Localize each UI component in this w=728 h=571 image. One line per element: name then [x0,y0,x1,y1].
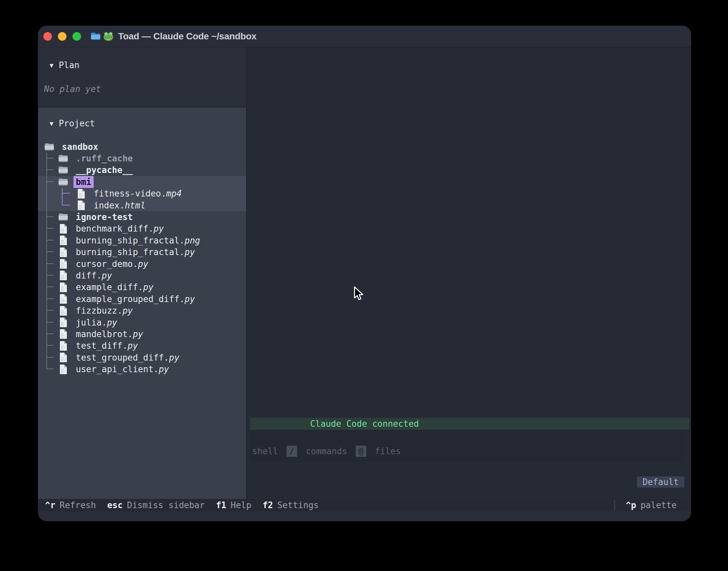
tree-connector [46,281,54,288]
tree-item-label: cursor_demo.py [76,259,148,269]
titlebar[interactable]: Toad — Claude Code ~/sandbox [38,26,691,47]
tree-item-label: diff.py [76,270,112,280]
tree-connector [46,363,54,369]
shortcut-label: palette [640,500,677,510]
shortcut-label: Settings [277,500,319,510]
file-tree: sandbox.ruff_cache__pycache__bmifitness-… [38,141,246,375]
tree-item-label: burning_ship_fractal.py [76,247,195,257]
tree-folder-bmi[interactable]: bmi [38,176,246,188]
shortcut-label: Refresh [60,500,96,510]
mode-chip[interactable]: Default [637,476,684,488]
shortcut-key: ^p [626,500,636,510]
shortcut-help[interactable]: f1Help [216,500,251,510]
tree-item-label: benchmark_diff.py [76,224,164,234]
tree-file-example_grouped_diff[interactable]: example_grouped_diff.py [38,293,246,305]
tree-file-burning_ship_fractal[interactable]: burning_ship_fractal.py [38,246,246,258]
key-badge-files: @ [356,446,366,457]
tree-item-label: user_api_client.py [76,364,169,374]
plan-section-header[interactable]: ▼ Plan [49,59,79,71]
key-badge-commands: / [287,446,297,457]
footer-bar: ^rRefreshescDismiss sidebarf1Helpf2Setti… [38,499,691,521]
shortcut-key: f2 [263,500,273,510]
tree-connector-selected [62,200,70,206]
minimize-button[interactable] [58,32,67,41]
tree-file-user_api_client[interactable]: user_api_client.py [38,363,246,375]
plan-header-label: Plan [59,60,79,70]
tree-connector [46,305,54,311]
tree-item-label: burning_ship_fractal.png [76,236,200,245]
file-icon [58,247,69,257]
zoom-button[interactable] [73,32,81,41]
file-icon [58,224,69,234]
tree-file-example_diff[interactable]: example_diff.py [38,281,246,293]
tree-trunk-line [46,152,47,369]
file-icon [58,270,69,280]
tree-file-julia[interactable]: julia.py [38,317,246,328]
folder-icon [58,178,69,186]
tree-item-label: julia.py [76,318,117,328]
shortcut-label: Dismiss sidebar [127,500,205,510]
prompt-input[interactable]: shell/commands@files [250,430,684,462]
tree-item-label: __pycache__ [76,165,133,175]
tree-item-label: bmi [74,176,94,188]
tree-item-label: example_grouped_diff.py [76,294,195,304]
project-section-header[interactable]: ▼ Project [49,117,95,129]
app-window: Toad — Claude Code ~/sandbox ▼ Plan No p… [38,26,691,521]
tree-connector [46,235,54,240]
tree-connector-selected [62,188,70,194]
shortcut-refresh[interactable]: ^rRefresh [45,500,96,510]
tree-file-test_diff[interactable]: test_diff.py [38,340,246,352]
tree-item-label: test_diff.py [76,341,138,351]
shortcut-dismiss-sidebar[interactable]: escDismiss sidebar [107,500,205,510]
tree-file-fitness-video[interactable]: fitness-video.mp4 [38,188,246,200]
tree-item-label: example_diff.py [76,282,153,292]
tree-connector [46,340,54,346]
project-header-label: Project [59,118,95,128]
tree-trunk-line-selected [62,188,63,206]
tree-connector [46,352,54,358]
plan-panel: ▼ Plan No plan yet [38,47,246,107]
shortcut-palette[interactable]: ^ppalette [626,500,677,510]
shortcut-label: Help [231,500,251,510]
tree-file-burning_ship_fractal[interactable]: burning_ship_fractal.png [38,235,246,246]
tree-connector [46,223,54,229]
folder-icon [44,143,55,151]
prompt-hint-files: files [375,446,401,456]
tree-file-diff[interactable]: diff.py [38,270,246,281]
prompt-hint-shell: shell [252,446,278,456]
file-icon [58,352,69,363]
shortcut-key: esc [107,500,123,510]
file-icon [58,317,69,328]
file-icon [58,341,69,351]
tree-file-mandelbrot[interactable]: mandelbrot.py [38,328,246,340]
tree-item-label: sandbox [62,142,98,152]
file-icon [58,306,69,316]
shortcut-key: ^r [45,500,55,510]
tree-file-cursor_demo[interactable]: cursor_demo.py [38,258,246,270]
tree-folder-ignore-test[interactable]: ignore-test [38,211,246,223]
tree-file-fizzbuzz[interactable]: fizzbuzz.py [38,305,246,316]
plan-empty-text: No plan yet [44,83,101,95]
tree-connector [46,258,54,264]
file-icon [58,282,69,293]
tree-folder-.ruff_cache[interactable]: .ruff_cache [38,152,246,164]
tree-folder-sandbox[interactable]: sandbox [38,141,246,152]
file-icon [58,235,69,245]
folder-icon [58,154,69,163]
tree-connector [46,176,54,182]
tree-file-index[interactable]: index.html [38,200,246,211]
window-title: Toad — Claude Code ~/sandbox [118,31,256,42]
file-icon [58,259,69,269]
tree-folder-__pycache__[interactable]: __pycache__ [38,164,246,176]
folder-icon [91,32,101,41]
tree-connector [46,317,54,323]
file-icon [58,329,69,339]
tree-file-benchmark_diff[interactable]: benchmark_diff.py [38,223,246,235]
close-button[interactable] [43,32,52,41]
shortcut-settings[interactable]: f2Settings [263,500,319,510]
tree-item-label: mandelbrot.py [76,329,143,339]
shortcut-key: f1 [216,500,226,510]
tree-file-test_grouped_diff[interactable]: test_grouped_diff.py [38,352,246,363]
sidebar: ▼ Plan No plan yet ▼ Project sandbox.ruf… [38,47,247,499]
file-icon [76,200,86,210]
